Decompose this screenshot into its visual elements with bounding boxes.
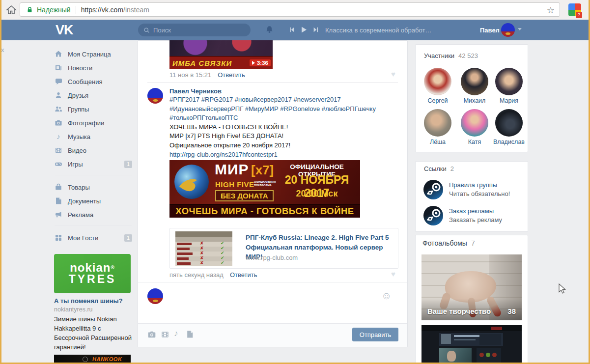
games-icon <box>55 160 62 168</box>
sidebar-item-news[interactable]: Новости <box>55 62 132 74</box>
albums-header[interactable]: Фотоальбомы 7 <box>422 239 475 247</box>
album-photo[interactable] <box>421 325 522 364</box>
ad-domain: nokiantyres.ru <box>54 306 93 313</box>
link-item-subtitle: Читать обязательно! <box>449 190 510 197</box>
reply-link[interactable]: Ответить <box>230 271 257 279</box>
ad-divider <box>54 351 131 351</box>
sidebar-item-guests[interactable]: Мои Гости 1 <box>55 232 132 244</box>
send-button[interactable]: Отправить <box>352 328 398 341</box>
member-name[interactable]: Владислав <box>490 139 528 145</box>
notifications-bell-icon[interactable] <box>265 25 274 36</box>
url-base: https://vk.com <box>81 6 123 14</box>
comment-link[interactable]: http://rpg-club.org/ns2017hfcontestpr1 <box>169 150 393 160</box>
link-item-subtitle: Заказать рекламу <box>449 216 502 224</box>
sidebar-item-friends[interactable]: Друзья <box>55 89 132 101</box>
link-preview-thumbnail: ✘✔ ✘✔ ✘✔ ✘✔ ✘✔ <box>175 231 232 266</box>
sidebar-item-music[interactable]: ♪ Музыка <box>55 131 132 142</box>
hashtags-line[interactable]: #толькоРПГтолькоПТС <box>169 113 393 123</box>
player-play-icon[interactable] <box>300 26 308 36</box>
comment-author-avatar[interactable] <box>147 88 163 104</box>
comment-input[interactable] <box>169 287 376 320</box>
album-photo[interactable]: Ваше творчество 38 <box>421 254 522 320</box>
post-banner-image[interactable]: МИР [x7] HIGH FIVE ОФИЦИАЛЬНАЯ ПЛАТФОРМА… <box>169 160 360 218</box>
attach-audio-icon[interactable]: ♪ <box>174 329 178 338</box>
steam-link-icon[interactable] <box>423 206 443 225</box>
comment-divider <box>147 82 398 83</box>
link-item-title[interactable]: Правила группы <box>449 181 497 189</box>
member-name[interactable]: Михаил <box>456 97 493 104</box>
members-header[interactable]: Участники 42 523 <box>424 52 478 59</box>
mouse-cursor <box>558 283 568 296</box>
comment-date: 11 ноя в 15:21 <box>169 71 211 79</box>
hashtags-line[interactable]: #РПГ2017 #RPG2017 #новыйсервер2017 #news… <box>169 95 393 105</box>
steam-link-icon[interactable] <box>423 180 443 199</box>
like-heart-icon[interactable]: ♥ <box>391 70 395 78</box>
sidebar-item-messages[interactable]: Сообщения <box>55 76 132 87</box>
attach-video-icon[interactable] <box>161 330 169 341</box>
url-separator <box>76 6 76 14</box>
comment-author-name[interactable]: Павел Черников <box>169 87 222 95</box>
member-name[interactable]: Лёша <box>419 139 456 145</box>
link-preview-card[interactable]: ✘✔ ✘✔ ✘✔ ✘✔ ✘✔ РПГ-Клуб Russia: Lineage … <box>169 228 398 269</box>
comment-text-line: ХОЧЕШЬ МИРА - ГОТОВЬСЯ К ВОЙНЕ! <box>169 123 393 132</box>
sidebar-item-games[interactable]: Игры 1 <box>55 158 132 170</box>
sidebar-item-ads[interactable]: Реклама <box>55 209 132 221</box>
header-user-name[interactable]: Павел <box>480 27 500 34</box>
chevron-down-icon[interactable] <box>518 28 522 30</box>
comment-text-line: МИР [x7] PTS High Five! БЕЗ ДОНАТА! <box>169 132 393 141</box>
member-avatar[interactable] <box>495 109 523 137</box>
sidebar-item-video[interactable]: Видео <box>55 144 132 156</box>
bookmark-star-icon[interactable]: ☆ <box>547 5 555 16</box>
sidebar-item-groups[interactable]: Группы <box>55 103 132 115</box>
links-count: 2 <box>450 165 454 172</box>
banner-title: МИР [x7] <box>215 161 274 178</box>
links-header[interactable]: Ссылки 2 <box>424 165 454 172</box>
member-avatar[interactable] <box>461 109 488 137</box>
hashtags-line[interactable]: #ИдунановыйсерверРПГ #МируМИР #RPGonelov… <box>169 105 393 114</box>
composer-divider <box>138 282 407 282</box>
like-heart-icon[interactable]: ♥ <box>391 270 395 278</box>
attach-document-icon[interactable] <box>186 330 194 340</box>
player-track-title[interactable]: Классика в современной обработ… <box>325 27 431 34</box>
member-name[interactable]: Мария <box>490 97 528 104</box>
player-prev-icon[interactable] <box>288 26 295 35</box>
vk-logo[interactable]: VK <box>56 23 73 38</box>
lock-icon <box>26 6 33 14</box>
url-path: /insteam <box>123 6 149 14</box>
attach-photo-icon[interactable] <box>147 330 156 341</box>
sidebar-item-photos[interactable]: Фотографии <box>55 117 132 129</box>
members-count: 42 523 <box>458 52 478 59</box>
ad-banner-brand: HANKOOK <box>92 356 122 362</box>
ad-logo-nokian[interactable]: nokian® TYRES <box>54 254 131 293</box>
search-input[interactable]: Поиск <box>138 24 251 36</box>
sidebar-divider <box>55 175 132 175</box>
sidebar-item-my-page[interactable]: Моя Страница <box>55 48 132 60</box>
search-icon <box>143 27 150 33</box>
member-avatar[interactable] <box>461 68 488 95</box>
link-item-title[interactable]: Заказ рекламы <box>449 207 494 215</box>
search-placeholder: Поиск <box>153 27 171 34</box>
member-avatar[interactable] <box>424 68 451 95</box>
home-button[interactable] <box>6 4 17 17</box>
comment-text-line: Официальное открытие 20 ноября 2017! <box>169 141 393 150</box>
video-duration-badge: 3:36 <box>250 59 271 66</box>
ad-title-link[interactable]: А ты поменял шины? <box>54 297 123 305</box>
member-name[interactable]: Катя <box>456 139 493 145</box>
reply-link[interactable]: Ответить <box>218 71 245 79</box>
member-avatar[interactable] <box>495 68 523 95</box>
member-name[interactable]: Сергей <box>419 97 456 104</box>
url-bar[interactable]: Надежный https://vk.com /insteam ☆ <box>20 2 560 17</box>
ad-logo-text2: TYRES <box>69 273 116 285</box>
video-thumbnail[interactable]: ИМБА СВЯЗКИ 3:36 <box>169 40 273 69</box>
sidebar-item-documents[interactable]: Документы <box>55 195 132 207</box>
emoji-smiley-icon[interactable]: ☺ <box>381 290 392 302</box>
ad-logo-text: nokian <box>70 261 111 274</box>
banner-slogan-strip: ХОЧЕШЬ МИРА - ГОТОВЬСЯ К ВОЙНЕ <box>169 204 360 218</box>
member-avatar[interactable] <box>424 109 451 137</box>
player-next-icon[interactable] <box>312 26 319 35</box>
market-icon <box>55 183 62 191</box>
header-user-avatar[interactable] <box>501 23 515 37</box>
window-frame-left <box>0 0 1 364</box>
sidebar-item-market[interactable]: Товары <box>55 181 132 193</box>
video-title: ИМБА СВЯЗКИ <box>172 59 232 67</box>
